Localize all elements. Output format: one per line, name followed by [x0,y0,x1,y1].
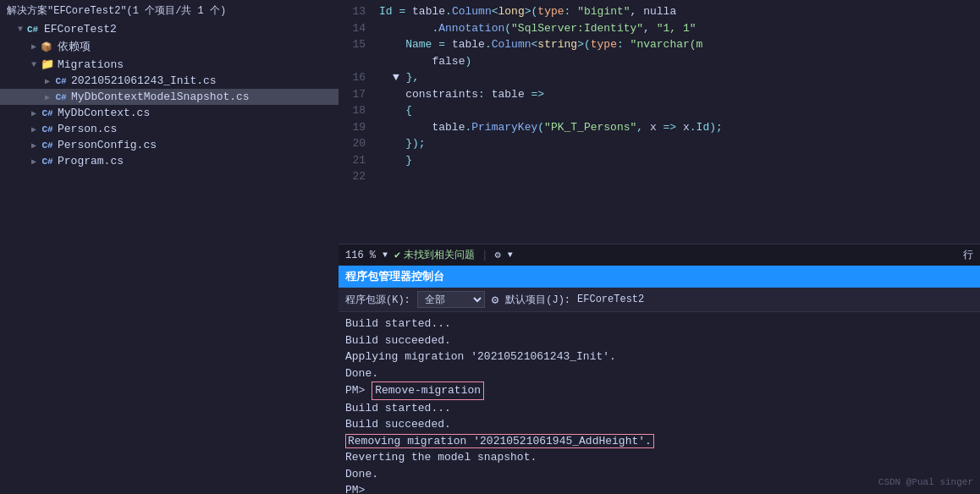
csharp-icon-5: C# [41,140,54,151]
file-person-label: Person.cs [58,123,117,135]
collapse-icon: ▼ [393,71,399,84]
status-separator: | [482,250,487,261]
ln-21: 21 [345,152,366,169]
csharp-icon-2: C# [54,92,68,102]
file-snapshot[interactable]: C# MyDbContextModelSnapshot.cs [0,89,339,105]
file-init[interactable]: C# 20210521061243_Init.cs [0,73,339,89]
csharp-icon-1: C# [54,76,68,86]
removing-migration-text: Removing migration '20210521061945_AddHe… [345,434,654,448]
no-issues-text: 未找到相关问题 [404,248,475,262]
no-issues-indicator: ✔ 未找到相关问题 [394,248,475,262]
default-project-value: EFCoreTest2 [577,294,644,305]
file-program-label: Program.cs [58,155,124,167]
file-dbcontext-label: MyDbContext.cs [58,107,150,119]
file-person-arrow [27,124,41,134]
ln-15b [345,53,366,70]
file-program[interactable]: C# Program.cs [0,153,339,169]
code-line-20: }); [379,135,973,152]
check-icon: ✔ [394,249,400,261]
dependencies-icon: 📦 [41,41,54,52]
ln-18: 18 [345,102,366,119]
migrations-arrow [27,60,41,69]
console-toolbar: 程序包源(K): 全部 ⚙ 默认项目(J): EFCoreTest2 [339,288,980,312]
console-line-7: Removing migration '20210521061945_AddHe… [345,433,973,450]
csharp-icon-6: C# [41,156,54,167]
dropdown-icon[interactable]: ▼ [508,250,513,260]
file-personconfig[interactable]: C# PersonConfig.cs [0,137,339,153]
code-line-15b: false) [379,53,973,70]
code-body: Id = table.Column<long>(type: "bigint", … [372,0,980,244]
file-person[interactable]: C# Person.cs [0,121,339,137]
console-pm-1: PM> Remove-migration [345,381,973,400]
code-line-18: { [379,102,973,119]
csharp-icon-3: C# [41,108,54,118]
package-source-dropdown[interactable]: 全部 [417,291,485,308]
line-label: 行 [963,248,973,262]
dependencies-node[interactable]: 📦 依赖项 [0,37,339,56]
project-icon: C# [27,25,41,35]
file-snapshot-arrow [41,92,54,102]
file-dbcontext-arrow [27,108,41,118]
code-line-14: .Annotation("SqlServer:Identity", "1, 1" [379,20,973,37]
console-line-3: Applying migration '20210521061243_Init'… [345,349,973,365]
dependencies-label: 依赖项 [58,39,91,54]
file-personconfig-arrow [27,140,41,151]
console-line-1: Build started... [345,316,973,332]
console-line-5: Build started... [345,400,973,417]
console-line-2: Build succeeded. [345,332,973,349]
console-line-4: Done. [345,365,973,382]
console-output: Build started... Build succeeded. Applyi… [339,312,980,494]
ln-20: 20 [345,135,366,152]
default-project-label: 默认项目(J): [505,293,570,307]
package-manager-console: 程序包管理器控制台 程序包源(K): 全部 ⚙ 默认项目(J): EFCoreT… [339,266,980,494]
ln-15: 15 [345,36,366,53]
ln-22: 22 [345,168,366,185]
solution-explorer: 解决方案"EFCoreTest2"(1 个项目/共 1 个) C# EFCore… [0,0,339,494]
dependencies-arrow [27,41,41,52]
ln-13: 13 [345,3,366,20]
project-label: EFCoreTest2 [44,23,117,36]
remove-migration-cmd: Remove-migration [372,381,484,400]
code-line-19: table.PrimaryKey("PK_T_Persons", x => x.… [379,119,973,136]
console-gear-icon[interactable]: ⚙ [492,293,498,307]
folder-icon: 📁 [41,58,54,71]
migrations-folder[interactable]: 📁 Migrations [0,56,339,73]
ln-17: 17 [345,86,366,103]
project-arrow [14,25,27,34]
zoom-dropdown-arrow[interactable]: ▼ [383,250,388,260]
code-editor: 13 14 15 16 17 18 19 20 21 22 Id = table… [339,0,980,244]
code-line-21: } [379,152,973,169]
file-snapshot-label: MyDbContextModelSnapshot.cs [71,91,250,103]
console-line-6: Build succeeded. [345,416,973,433]
zoom-level: 116 % [345,250,376,261]
file-program-arrow [27,156,41,167]
file-init-arrow [41,76,54,86]
file-personconfig-label: PersonConfig.cs [58,139,157,151]
migrations-label: Migrations [58,58,124,71]
csharp-icon-4: C# [41,124,54,134]
watermark: CSDN @Pual singer [878,477,973,487]
file-init-label: 20210521061243_Init.cs [71,74,217,87]
project-node[interactable]: C# EFCoreTest2 [0,21,339,37]
code-line-13: Id = table.Column<long>(type: "bigint", … [379,3,973,20]
code-line-17: constraints: table => [379,86,973,103]
source-label: 程序包源(K): [345,293,410,307]
right-panel: 13 14 15 16 17 18 19 20 21 22 Id = table… [339,0,980,494]
console-line-8: Reverting the model snapshot. [345,449,973,466]
code-line-15: Name = table.Column<string>(type: "nvarc… [379,36,973,53]
ln-16: 16 [345,69,366,86]
status-bar: 116 % ▼ ✔ 未找到相关问题 | ⚙ ▼ 行 [339,244,980,266]
ln-14: 14 [345,20,366,37]
ln-19: 19 [345,119,366,136]
file-dbcontext[interactable]: C# MyDbContext.cs [0,105,339,121]
solution-title: 解决方案"EFCoreTest2"(1 个项目/共 1 个) [0,0,339,21]
settings-icon[interactable]: ⚙ [494,249,500,261]
console-title: 程序包管理器控制台 [339,266,980,288]
code-line-16: ▼ }, [379,69,973,86]
line-numbers: 13 14 15 16 17 18 19 20 21 22 [339,0,372,244]
